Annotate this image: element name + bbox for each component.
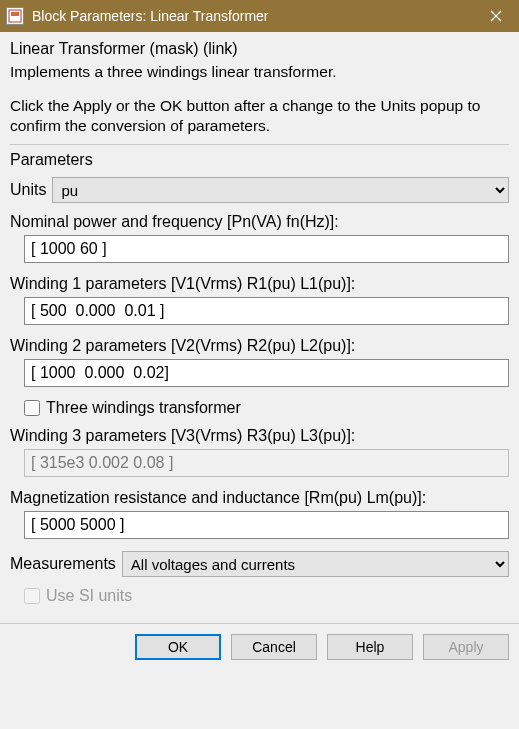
three-windings-label: Three windings transformer [46, 399, 241, 417]
cancel-button[interactable]: Cancel [231, 634, 317, 660]
close-icon [490, 10, 502, 22]
magnetization-input[interactable] [24, 511, 509, 539]
separator [10, 144, 509, 145]
dialog-body: Linear Transformer (mask) (link) Impleme… [0, 32, 519, 623]
button-bar: OK Cancel Help Apply [0, 624, 519, 672]
magnetization-label: Magnetization resistance and inductance … [10, 489, 509, 507]
winding1-label: Winding 1 parameters [V1(Vrms) R1(pu) L1… [10, 275, 509, 293]
titlebar: Block Parameters: Linear Transformer [0, 0, 519, 32]
window-title: Block Parameters: Linear Transformer [32, 8, 473, 24]
winding3-input [24, 449, 509, 477]
app-icon [6, 7, 24, 25]
units-label: Units [10, 181, 46, 199]
measurements-dropdown[interactable]: All voltages and currents [122, 551, 509, 577]
three-windings-checkbox[interactable] [24, 400, 40, 416]
winding3-label: Winding 3 parameters [V3(Vrms) R3(pu) L3… [10, 427, 509, 445]
svg-rect-1 [11, 12, 19, 16]
parameters-section-title: Parameters [10, 151, 509, 169]
winding2-input[interactable] [24, 359, 509, 387]
apply-button: Apply [423, 634, 509, 660]
mask-link-line: Linear Transformer (mask) (link) [10, 40, 509, 58]
winding1-input[interactable] [24, 297, 509, 325]
units-dropdown[interactable]: pu [52, 177, 509, 203]
winding2-label: Winding 2 parameters [V2(Vrms) R2(pu) L2… [10, 337, 509, 355]
description-line-1: Implements a three windings linear trans… [10, 62, 509, 82]
description-line-2: Click the Apply or the OK button after a… [10, 96, 509, 136]
measurements-label: Measurements [10, 555, 116, 573]
nominal-label: Nominal power and frequency [Pn(VA) fn(H… [10, 213, 509, 231]
ok-button[interactable]: OK [135, 634, 221, 660]
nominal-input[interactable] [24, 235, 509, 263]
use-si-label: Use SI units [46, 587, 132, 605]
close-button[interactable] [473, 0, 519, 32]
help-button[interactable]: Help [327, 634, 413, 660]
use-si-checkbox [24, 588, 40, 604]
